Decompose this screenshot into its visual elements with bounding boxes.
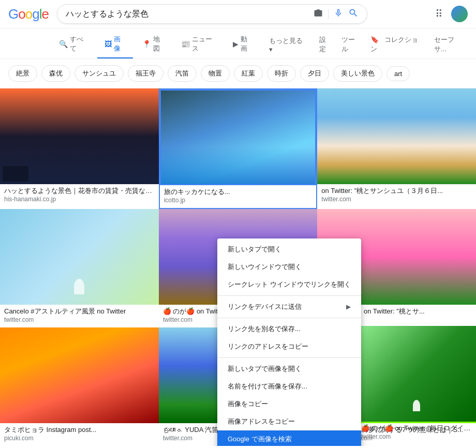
separator-separator2 [217,318,361,318]
image-cell-10[interactable]: 🍎 のが🍎 on Twitter: "毎日ログインしてるゲームな... twit… [357,326,476,446]
search-icon[interactable] [348,8,359,20]
image-3 [317,88,476,184]
tab-videos-label: 動画 [241,35,252,53]
videos-tab-icon: ▶ [233,40,239,48]
filter-chip-7[interactable]: 時折 [267,65,296,82]
filter-chip-9[interactable]: 美しい景色 [333,65,382,82]
image-cell-1[interactable]: ハッとするような景色｜花巻市の賃貸・売賃ならホ... his-hanamaki.… [0,88,159,209]
context-menu-item-open-new-tab[interactable]: 新しいタブで開く [217,241,361,258]
context-menu-item-open-new-window[interactable]: 新しいウインドウで開く [217,258,361,276]
image-caption-2: 旅のキッカケになる... icotto.jp [160,185,317,208]
image-caption-10: 🍎 のが🍎 on Twitter: "毎日ログインしてるゲームな... twit… [357,422,476,444]
image-title-3: on Twitter: "桃とサンシュユ（３月６日... [321,186,472,196]
google-logo: G o o g l e [8,6,49,22]
image-source-1: his-hanamaki.co.jp [4,196,155,203]
filter-chip-2[interactable]: サンシュユ [75,65,124,82]
context-menu-label-save-image: 名前を付けて画像を保存... [228,382,307,391]
image-4 [0,209,159,305]
tools-link[interactable]: ツール [337,31,364,58]
safesearch-link[interactable]: セーフサ... [430,31,468,58]
tab-maps-label: 地図 [153,35,165,53]
tab-news[interactable]: 📰 ニュース [174,31,224,58]
context-menu: 新しいタブで開く新しいウインドウで開くシークレット ウインドウでリンクを開くリン… [217,238,361,446]
tab-all-label: すべて [70,35,88,53]
header-right: ⠿ [435,6,468,22]
context-menu-item-copy-link[interactable]: リンクのアドレスをコピー [217,338,361,355]
image-title-10: 🍎 のが🍎 on Twitter: "毎日ログインしてるゲームな... [361,424,472,433]
tab-all[interactable]: 🔍 すべて [52,31,95,58]
tab-news-label: ニュース [192,35,216,53]
image-caption-3: on Twitter: "桃とサンシュユ（３月６日... twitter.com [317,184,476,207]
context-menu-label-copy-image-addr: 画像アドレスをコピー [228,417,295,426]
context-menu-label-copy-link: リンクのアドレスをコピー [228,342,308,351]
context-menu-item-open-incognito[interactable]: シークレット ウインドウでリンクを開く [217,276,361,293]
logo-g: G [8,6,18,22]
context-menu-label-save-link: リンク先を別名で保存... [228,324,301,334]
image-caption-1: ハッとするような景色｜花巻市の賃貸・売賃ならホ... his-hanamaki.… [0,184,159,207]
context-menu-item-send-to-device[interactable]: リンクをデバイスに送信▶ [217,298,361,316]
tab-images-label: 画像 [114,35,126,53]
image-1 [0,88,159,184]
context-menu-label-open-incognito: シークレット ウインドウでリンクを開く [228,280,351,289]
divider [328,9,329,19]
image-title-2: 旅のキッカケになる... [164,187,313,197]
tab-maps[interactable]: 📍 地図 [135,31,172,58]
filter-chip-0[interactable]: 絶景 [8,65,37,82]
avatar[interactable] [451,6,468,22]
image-cell-7[interactable]: タミポヒョラ Instagram post... picuki.com [0,327,159,446]
mic-icon[interactable] [334,8,343,20]
filter-chip-3[interactable]: 福王寺 [128,65,163,82]
submenu-arrow-send-to-device: ▶ [346,303,351,310]
search-tab-icon: 🔍 [59,40,68,48]
search-input[interactable] [66,9,308,19]
image-cell-2[interactable]: 旅のキッカケになる... icotto.jp [159,88,318,209]
tab-videos[interactable]: ▶ 動画 [226,31,260,58]
filter-chip-10[interactable]: art [386,66,410,81]
context-menu-label-open-image-tab: 新しいタブで画像を開く [228,364,302,374]
filter-chip-4[interactable]: 汽笛 [168,65,197,82]
image-cell-4[interactable]: Cancelo #アストルティア風景 no Twitter twitter.co… [0,209,159,327]
image-cell-3[interactable]: on Twitter: "桃とサンシュユ（３月６日... twitter.com [317,88,476,209]
image-caption-4: Cancelo #アストルティア風景 no Twitter twitter.co… [0,305,159,327]
image-10 [357,326,476,422]
search-bar [57,4,367,24]
image-source-10: twitter.com [361,433,472,440]
image-caption-7: タミポヒョラ Instagram post... picuki.com [0,423,159,446]
logo-o2: o [25,6,32,22]
collection-link[interactable]: 🔖 コレクション [366,31,428,58]
image-title-1: ハッとするような景色｜花巻市の賃貸・売賃ならホ... [4,186,155,196]
tab-more[interactable]: もっと見る ▾ [262,32,313,57]
filter-chip-1[interactable]: 森优 [41,65,70,82]
image-7 [0,327,159,423]
context-menu-item-open-image-tab[interactable]: 新しいタブで画像を開く [217,360,361,378]
context-menu-label-open-new-tab: 新しいタブで開く [228,245,281,254]
context-menu-label-search-google-image: Google で画像を検索 [228,435,292,444]
context-menu-label-send-to-device: リンクをデバイスに送信 [228,302,302,311]
header: G o o g l e ⠿ [0,0,476,28]
images-tab-icon: 🖼 [105,40,112,48]
filter-chip-8[interactable]: 夕日 [300,65,329,82]
logo-e: e [41,6,48,22]
news-tab-icon: 📰 [181,40,190,48]
context-menu-item-search-google-image[interactable]: Google で画像を検索 [217,430,361,446]
context-menu-item-copy-image-addr[interactable]: 画像アドレスをコピー [217,413,361,430]
image-source-3: twitter.com [321,196,472,203]
settings-link[interactable]: 設定 [315,31,336,58]
context-menu-label-copy-image: 画像をコピー [228,399,268,409]
filter-chip-5[interactable]: 物置 [201,65,230,82]
camera-icon[interactable] [314,8,323,20]
filter-chips: 絶景森优サンシュユ福王寺汽笛物置紅葉時折夕日美しい景色art [0,59,476,88]
apps-icon[interactable]: ⠿ [435,8,443,20]
context-menu-item-copy-image[interactable]: 画像をコピー [217,395,361,413]
context-menu-item-save-image[interactable]: 名前を付けて画像を保存... [217,378,361,395]
chevron-down-icon: ▾ [269,46,273,53]
search-icons [314,8,359,20]
nav-right: 設定 ツール 🔖 コレクション セーフサ... [315,31,476,58]
logo-o1: o [18,6,25,22]
filter-chip-6[interactable]: 紅葉 [234,65,263,82]
tab-images[interactable]: 🖼 画像 [97,31,133,58]
context-menu-label-open-new-window: 新しいウインドウで開く [228,262,302,272]
separator-separator3 [217,357,361,358]
context-menu-item-save-link[interactable]: リンク先を別名で保存... [217,320,361,338]
image-title-4: Cancelo #アストルティア風景 no Twitter [4,307,155,316]
